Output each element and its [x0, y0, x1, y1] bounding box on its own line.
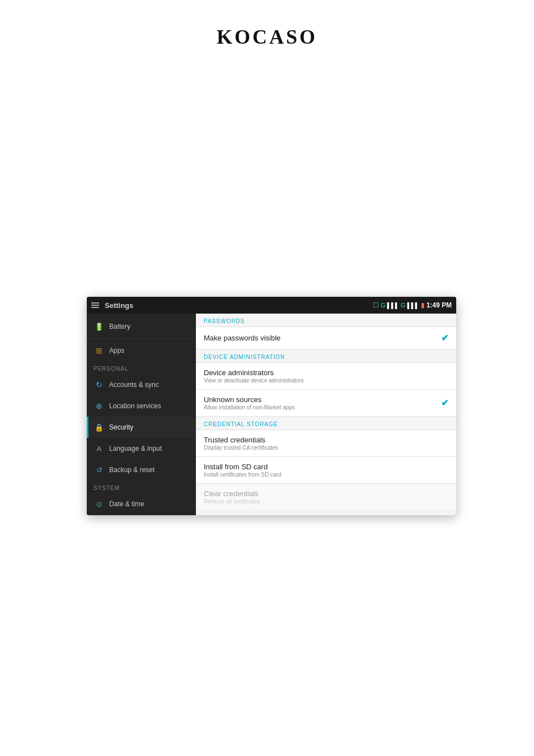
divider-1	[87, 338, 196, 339]
status-left: Settings	[91, 301, 133, 310]
signal-bars2-icon: ▌▌▌	[407, 302, 419, 309]
make-passwords-text-group: Make passwords visible	[204, 334, 441, 342]
status-bar: Settings ☐ G ▌▌▌ G ▌▌▌ ▮ 1:49 PM	[87, 297, 456, 314]
make-passwords-check: ✔	[441, 333, 448, 343]
device-administrators-item[interactable]: Device administrators View or deactivate…	[196, 363, 456, 390]
sidebar-item-schedule[interactable]: ⏻ Schedule power on/off	[87, 515, 196, 515]
wifi-icon: ☐	[373, 301, 379, 309]
sidebar-item-datetime[interactable]: ⊙ Date & time	[87, 493, 196, 515]
install-from-sd-item[interactable]: Install from SD card Install certificate…	[196, 457, 456, 484]
sidebar-datetime-label: Date & time	[109, 500, 144, 508]
sidebar: 🔋 Battery ⊞ Apps PERSONAL ↻	[87, 314, 196, 515]
menu-icon	[91, 302, 99, 308]
sidebar-security-label: Security	[109, 423, 133, 431]
signal-g-icon: G	[381, 302, 386, 309]
install-sd-text-group: Install from SD card Install certificate…	[204, 463, 448, 478]
sidebar-item-location[interactable]: ⊕ Location services	[87, 395, 196, 417]
make-passwords-visible-item[interactable]: Make passwords visible ✔	[196, 327, 456, 349]
credential-storage-section-title: CREDENTIAL STORAGE	[196, 417, 456, 430]
backup-sidebar-icon: ↺	[93, 464, 105, 475]
clear-creds-text-group: Clear credentials Remove all certificate…	[204, 489, 448, 505]
clear-creds-subtitle: Remove all certificates	[204, 498, 448, 505]
sidebar-item-language[interactable]: A Language & input	[87, 438, 196, 459]
unknown-sources-item[interactable]: Unknown sources Allow installation of no…	[196, 390, 456, 417]
system-section-header: SYSTEM	[87, 480, 196, 493]
sidebar-apps-label: Apps	[109, 347, 124, 354]
trusted-credentials-item[interactable]: Trusted credentials Display trusted CA c…	[196, 430, 456, 457]
clear-credentials-item[interactable]: Clear credentials Remove all certificate…	[196, 484, 456, 511]
unknown-sources-title: Unknown sources	[204, 395, 441, 404]
datetime-sidebar-icon: ⊙	[93, 498, 105, 510]
device-admins-title: Device administrators	[204, 368, 448, 377]
personal-section-header: PERSONAL	[87, 361, 196, 374]
device-container: Settings ☐ G ▌▌▌ G ▌▌▌ ▮ 1:49 PM 🔋	[87, 297, 456, 515]
device-admin-section-title: DEVICE ADMINISTRATION	[196, 349, 456, 363]
unknown-sources-subtitle: Allow installation of non-Market apps	[204, 404, 441, 410]
logo-text: KOCASO	[217, 26, 317, 48]
sidebar-battery-label: Battery	[109, 323, 130, 330]
make-passwords-title: Make passwords visible	[204, 334, 441, 342]
status-right: ☐ G ▌▌▌ G ▌▌▌ ▮ 1:49 PM	[373, 301, 452, 309]
sidebar-item-apps[interactable]: ⊞ Apps	[87, 340, 196, 361]
content-panel: PASSWORDS Make passwords visible ✔ DEVIC…	[196, 314, 456, 515]
trusted-creds-subtitle: Display trusted CA certificates	[204, 445, 448, 451]
sidebar-backup-label: Backup & reset	[109, 466, 154, 474]
unknown-sources-check: ✔	[441, 398, 448, 408]
install-sd-title: Install from SD card	[204, 463, 448, 471]
apps-sidebar-icon: ⊞	[93, 345, 105, 356]
trusted-creds-text-group: Trusted credentials Display trusted CA c…	[204, 436, 448, 451]
sidebar-item-security[interactable]: 🔒 Security	[87, 417, 196, 438]
signal-g2-icon: G	[401, 302, 406, 309]
install-sd-subtitle: Install certificates from SD card	[204, 472, 448, 478]
language-sidebar-icon: A	[93, 443, 105, 454]
location-sidebar-icon: ⊕	[93, 400, 105, 412]
sidebar-location-label: Location services	[109, 402, 161, 410]
page-wrapper: KOCASO Settings ☐ G ▌▌▌ G ▌▌▌ ▮ 1:49 PM	[0, 0, 534, 756]
signal-bars-icon: ▌▌▌	[387, 302, 399, 309]
clear-creds-title: Clear credentials	[204, 489, 448, 498]
passwords-section-title: PASSWORDS	[196, 314, 456, 327]
battery-sidebar-icon: 🔋	[93, 321, 105, 332]
security-sidebar-icon: 🔒	[93, 422, 105, 433]
settings-title: Settings	[105, 301, 133, 310]
sidebar-language-label: Language & input	[109, 445, 162, 452]
battery-icon: ▮	[421, 301, 425, 309]
accounts-sidebar-icon: ↻	[93, 379, 105, 390]
sidebar-accounts-label: Accounts & sync	[109, 381, 159, 389]
sidebar-item-backup[interactable]: ↺ Backup & reset	[87, 459, 196, 480]
unknown-sources-text-group: Unknown sources Allow installation of no…	[204, 395, 441, 410]
sidebar-item-battery[interactable]: 🔋 Battery	[87, 316, 196, 337]
device-admins-subtitle: View or deactivate device administrators	[204, 377, 448, 384]
time-display: 1:49 PM	[427, 301, 452, 309]
logo-area: KOCASO	[0, 0, 534, 60]
sidebar-item-accounts[interactable]: ↻ Accounts & sync	[87, 374, 196, 395]
trusted-creds-title: Trusted credentials	[204, 436, 448, 444]
device-admins-text-group: Device administrators View or deactivate…	[204, 368, 448, 384]
main-content: 🔋 Battery ⊞ Apps PERSONAL ↻	[87, 314, 456, 515]
